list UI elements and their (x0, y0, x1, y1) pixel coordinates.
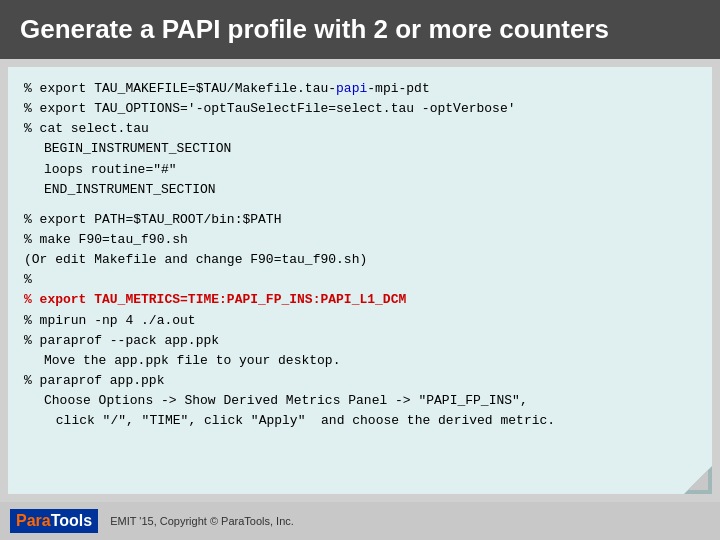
code-text-highlighted: % export TAU_METRICS=TIME:PAPI_FP_INS:PA… (24, 292, 406, 307)
footer: ParaTools EMIT '15, Copyright © ParaTool… (0, 502, 720, 540)
code-text-14: paraprof app.ppk (40, 373, 165, 388)
percent-1: % (24, 81, 40, 96)
code-text-9: (Or edit Makefile and change F90=tau_f90… (24, 252, 367, 267)
code-text-4: BEGIN_INSTRUMENT_SECTION (44, 141, 231, 156)
code-line-11: % mpirun -np 4 ./a.out (24, 311, 696, 331)
code-line-13: Move the app.ppk file to your desktop. (24, 351, 696, 371)
percent-11: % (24, 313, 40, 328)
code-text-12: paraprof --pack app.ppk (40, 333, 219, 348)
code-text-3: cat select.tau (40, 121, 149, 136)
code-line-1: % export TAU_MAKEFILE=$TAU/Makefile.tau-… (24, 79, 696, 99)
percent-10: % (24, 272, 32, 287)
code-text-8: make F90=tau_f90.sh (40, 232, 188, 247)
code-text-7: export PATH=$TAU_ROOT/bin:$PATH (40, 212, 282, 227)
code-line-5: loops routine="#" (24, 160, 696, 180)
logo-para: Para (16, 512, 51, 529)
slide-title: Generate a PAPI profile with 2 or more c… (0, 0, 720, 59)
percent-3: % (24, 121, 40, 136)
percent-8: % (24, 232, 40, 247)
logo-tools: Tools (51, 512, 92, 529)
title-text: Generate a PAPI profile with 2 or more c… (20, 14, 609, 44)
code-line-4: BEGIN_INSTRUMENT_SECTION (24, 139, 696, 159)
code-text-15: Choose Options -> Show Derived Metrics P… (44, 393, 528, 408)
footer-copyright: EMIT '15, Copyright © ParaTools, Inc. (110, 515, 294, 527)
code-text-1: export TAU_MAKEFILE=$TAU/Makefile.tau-pa… (40, 81, 430, 96)
code-line-9: (Or edit Makefile and change F90=tau_f90… (24, 250, 696, 270)
percent-14: % (24, 373, 40, 388)
percent-12: % (24, 333, 40, 348)
code-line-12: % paraprof --pack app.ppk (24, 331, 696, 351)
spacer-1 (24, 200, 696, 210)
slide-container: Generate a PAPI profile with 2 or more c… (0, 0, 720, 540)
code-text-11: mpirun -np 4 ./a.out (40, 313, 196, 328)
code-line-15: Choose Options -> Show Derived Metrics P… (24, 391, 696, 411)
code-line-2: % export TAU_OPTIONS='-optTauSelectFile=… (24, 99, 696, 119)
percent-2: % (24, 101, 40, 116)
code-text-13: Move the app.ppk file to your desktop. (44, 353, 340, 368)
page-curl-decoration (684, 466, 712, 494)
code-text-2: export TAU_OPTIONS='-optTauSelectFile=se… (40, 101, 516, 116)
content-area: % export TAU_MAKEFILE=$TAU/Makefile.tau-… (8, 67, 712, 494)
code-line-14: % paraprof app.ppk (24, 371, 696, 391)
code-line-3: % cat select.tau (24, 119, 696, 139)
code-text-5: loops routine="#" (44, 162, 177, 177)
code-line-6: END_INSTRUMENT_SECTION (24, 180, 696, 200)
logo: ParaTools (10, 509, 98, 533)
code-line-16: click "/", "TIME", click "Apply" and cho… (24, 411, 696, 431)
percent-7: % (24, 212, 40, 227)
code-line-8: % make F90=tau_f90.sh (24, 230, 696, 250)
code-text-6: END_INSTRUMENT_SECTION (44, 182, 216, 197)
code-line-highlighted: % export TAU_METRICS=TIME:PAPI_FP_INS:PA… (24, 290, 696, 310)
code-line-10: % (24, 270, 696, 290)
code-text-16: click "/", "TIME", click "Apply" and cho… (48, 413, 555, 428)
code-line-7: % export PATH=$TAU_ROOT/bin:$PATH (24, 210, 696, 230)
